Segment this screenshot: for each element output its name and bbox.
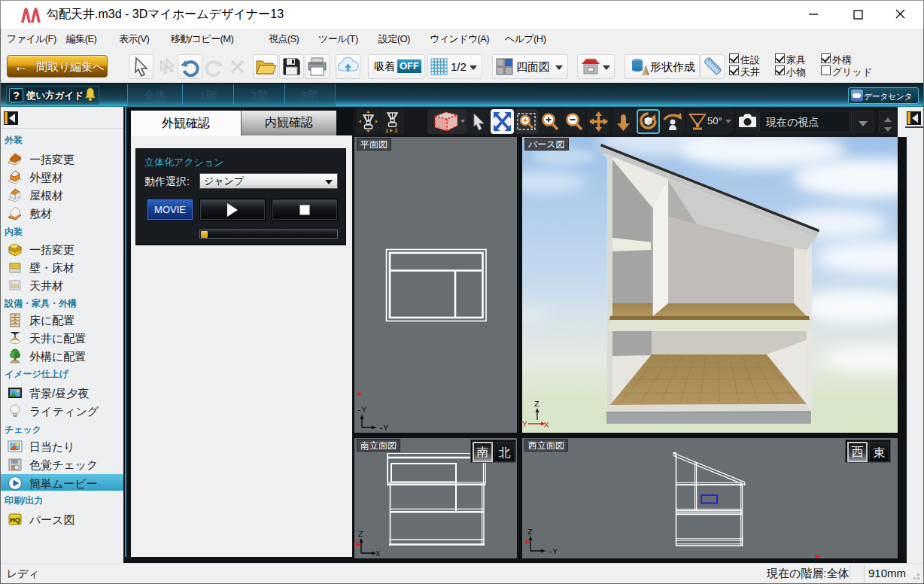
svg-text:X: X: [375, 549, 381, 558]
svg-text:X: X: [544, 421, 549, 430]
svg-text:50°: 50°: [707, 115, 722, 126]
svg-text:Y: Y: [522, 420, 527, 429]
svg-text:-Y: -Y: [548, 547, 558, 556]
svg-text:-Y: -Y: [378, 424, 389, 433]
svg-text:Z: Z: [358, 530, 363, 539]
svg-text:-Y: -Y: [357, 406, 367, 415]
svg-text:HQ: HQ: [10, 516, 20, 524]
svg-text:1: 1: [385, 127, 389, 134]
svg-text:2: 2: [394, 127, 398, 134]
svg-text:Z: Z: [527, 528, 533, 537]
svg-text:Z: Z: [534, 400, 540, 409]
